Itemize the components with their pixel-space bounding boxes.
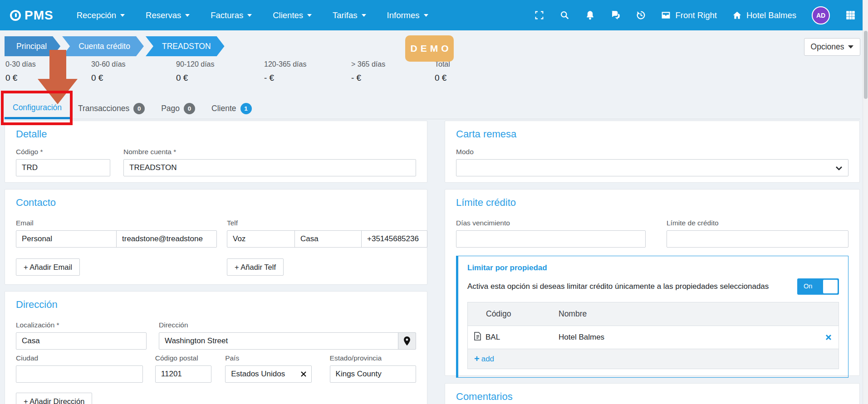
aging-label: 0-30 días xyxy=(5,60,36,68)
menu-recepcion[interactable]: Recepción xyxy=(66,0,135,30)
tab-count-badge: 1 xyxy=(240,103,252,114)
add-direccion-button[interactable]: + Añadir Dirección xyxy=(16,393,92,404)
add-property-link[interactable]: + add xyxy=(468,354,494,364)
aging-value: 0 € xyxy=(176,73,215,83)
chevron-down-icon xyxy=(848,45,853,49)
property-label: Hotel Balmes xyxy=(746,10,796,20)
breadcrumb-cuenta-credito[interactable]: Cuenta crédito xyxy=(62,36,144,56)
aging-value: 0 € xyxy=(435,73,450,83)
properties-table: Código Nombre BAL Hotel Balmes + xyxy=(467,302,839,369)
map-pin-icon xyxy=(403,336,411,346)
dias-vencimiento-input[interactable] xyxy=(456,230,646,248)
ciudad-input[interactable] xyxy=(16,365,143,383)
chevron-down-icon xyxy=(307,14,312,17)
breadcrumb-label: Cuenta crédito xyxy=(78,42,130,51)
comentarios-title: Comentarios xyxy=(456,391,848,403)
aging-365-plus: > 365 días - € xyxy=(351,60,385,83)
aging-label: 120-365 días xyxy=(264,60,306,68)
contacto-title: Contacto xyxy=(16,197,416,209)
aging-label: 90-120 días xyxy=(176,60,215,68)
limite-credito-card: Límite crédito Días vencimiento Límite d… xyxy=(445,189,860,376)
fullscreen-icon[interactable] xyxy=(534,10,544,20)
codigo-postal-input[interactable] xyxy=(155,365,211,383)
chevron-down-icon xyxy=(835,165,843,172)
chevron-down-icon xyxy=(185,14,190,17)
aging-value: - € xyxy=(351,73,385,83)
email-address-input[interactable] xyxy=(116,230,217,248)
email-type-input[interactable] xyxy=(16,230,117,248)
clear-pais-icon[interactable] xyxy=(301,371,306,377)
aging-label: 30-60 días xyxy=(91,60,126,68)
properties-table-header: Código Nombre xyxy=(468,302,839,326)
menu-reservas[interactable]: Reservas xyxy=(135,0,200,30)
detalle-title: Detalle xyxy=(16,128,416,140)
user-avatar[interactable]: AD xyxy=(812,6,830,24)
breadcrumb-label: Principal xyxy=(16,42,47,51)
aging-value: - € xyxy=(264,73,306,83)
tab-pago[interactable]: Pago 0 xyxy=(153,98,203,119)
apps-grid-icon[interactable] xyxy=(845,10,855,20)
remove-property-button[interactable] xyxy=(819,334,839,341)
row-codigo: BAL xyxy=(485,333,500,342)
demo-badge: DEMO xyxy=(405,35,454,62)
detalle-card: Detalle Código * Nombre cuenta * xyxy=(5,121,427,183)
codigo-input[interactable] xyxy=(16,159,110,176)
notifications-bell-icon[interactable] xyxy=(585,10,595,20)
front-office-selector[interactable]: Front Right xyxy=(661,10,717,20)
col-header-codigo: Código xyxy=(486,309,511,319)
estado-provincia-input[interactable] xyxy=(330,365,416,383)
property-selector[interactable]: Hotel Balmes xyxy=(732,10,796,20)
tab-configuracion[interactable]: Configuración xyxy=(5,98,70,119)
phone-number-input[interactable] xyxy=(361,230,427,248)
estado-provincia-label: Estado/provincia xyxy=(330,354,416,362)
plus-icon: + xyxy=(474,354,480,364)
aging-value: 0 € xyxy=(5,73,36,83)
phone-subtype-input[interactable] xyxy=(294,230,362,248)
aging-120-365: 120-365 días - € xyxy=(264,60,306,83)
chat-icon[interactable] xyxy=(610,10,620,20)
tab-label: Transacciones xyxy=(78,104,129,113)
modo-select[interactable] xyxy=(456,159,848,176)
limitar-description: Activa esta opción si deseas limitar cré… xyxy=(467,282,769,291)
menu-facturas[interactable]: Facturas xyxy=(200,0,262,30)
map-pin-button[interactable] xyxy=(398,332,416,350)
search-icon[interactable] xyxy=(559,10,569,20)
scrollbar-thumb[interactable] xyxy=(864,31,868,99)
breadcrumb-treadston[interactable]: TREADSTON xyxy=(146,36,225,56)
limitar-toggle[interactable]: On xyxy=(797,278,839,295)
history-icon[interactable] xyxy=(636,10,646,20)
codigo-postal-label: Código postal xyxy=(155,354,211,362)
limite-de-credito-input[interactable] xyxy=(667,230,848,248)
tab-label: Cliente xyxy=(211,104,236,113)
pais-input[interactable] xyxy=(225,365,311,383)
options-button[interactable]: Opciones xyxy=(804,38,860,56)
menu-tarifas[interactable]: Tarifas xyxy=(322,0,377,30)
tab-transacciones[interactable]: Transacciones 0 xyxy=(70,98,153,119)
direccion-input[interactable] xyxy=(159,332,398,350)
carta-remesa-card: Carta remesa Modo xyxy=(445,121,860,183)
modo-label: Modo xyxy=(456,148,848,156)
tab-cliente[interactable]: Cliente 1 xyxy=(203,98,260,119)
tab-label: Pago xyxy=(161,104,180,113)
options-button-label: Opciones xyxy=(811,42,844,52)
menu-label: Facturas xyxy=(211,10,243,20)
add-telf-button[interactable]: + Añadir Telf xyxy=(227,258,284,276)
codigo-label: Código * xyxy=(16,148,110,156)
comentarios-card: Comentarios xyxy=(445,383,860,404)
chevron-down-icon xyxy=(247,14,252,17)
menu-clientes[interactable]: Clientes xyxy=(262,0,322,30)
nombre-cuenta-input[interactable] xyxy=(123,159,416,176)
page-scrollbar[interactable] xyxy=(863,0,868,404)
topbar-right-icons: Front Right Hotel Balmes AD xyxy=(534,6,855,24)
breadcrumb-principal[interactable]: Principal xyxy=(5,36,60,56)
localizacion-input[interactable] xyxy=(16,332,147,350)
top-navigation-bar: PMS Recepción Reservas Facturas Clientes… xyxy=(0,0,863,30)
phone-type-input[interactable] xyxy=(227,230,295,248)
limitar-por-propiedad-panel: Limitar por propiedad Activa esta opción… xyxy=(456,256,848,378)
front-office-label: Front Right xyxy=(675,10,717,20)
menu-informes[interactable]: Informes xyxy=(377,0,439,30)
email-label: Email xyxy=(16,219,217,227)
app-logo[interactable]: PMS xyxy=(10,8,54,23)
account-tabs: Configuración Transacciones 0 Pago 0 Cli… xyxy=(0,98,860,119)
add-email-button[interactable]: + Añadir Email xyxy=(16,258,80,276)
